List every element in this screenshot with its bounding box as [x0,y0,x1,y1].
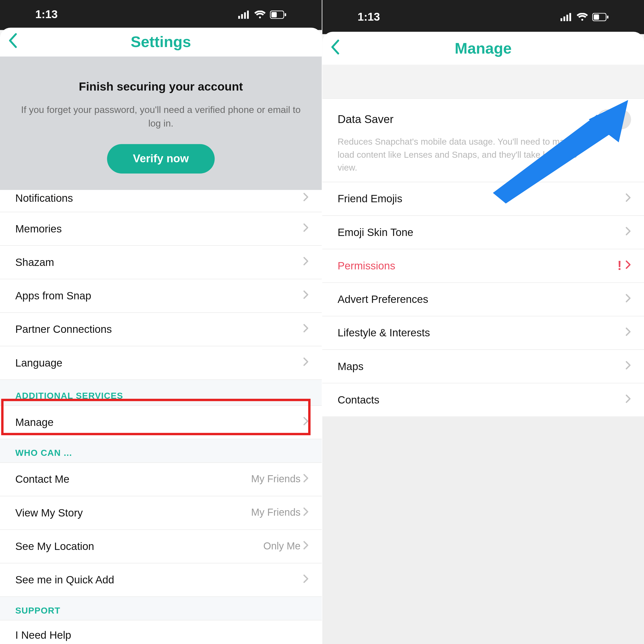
chevron-right-icon [625,327,631,339]
row-see-my-location[interactable]: See My Location Only Me [0,530,322,563]
svg-rect-3 [247,11,249,19]
row-label: Emoji Skin Tone [338,226,413,239]
manage-list: Friend Emojis Emoji Skin Tone Permission… [322,182,644,417]
navbar: Settings [0,27,322,56]
phone-settings: 1:13 Settings Finish securing your accou… [0,0,322,644]
row-label: Partner Connections [15,323,112,336]
chevron-right-icon [303,323,309,336]
status-time: 1:13 [358,11,380,23]
svg-rect-12 [594,14,599,20]
empty-space [322,417,644,644]
row-emoji-skin-tone[interactable]: Emoji Skin Tone [322,216,644,250]
row-maps[interactable]: Maps [322,350,644,384]
row-label: Shazam [15,256,54,268]
row-label: See me in Quick Add [15,574,114,586]
chevron-right-icon [303,357,309,369]
chevron-right-icon [625,360,631,373]
row-data-saver[interactable]: Data Saver Reduces Snapchat's mobile dat… [322,99,644,183]
banner-title: Finish securing your account [15,80,306,93]
svg-rect-9 [566,15,568,21]
data-saver-label: Data Saver [338,113,393,126]
row-label: Contacts [338,394,379,406]
svg-rect-6 [285,13,286,16]
chevron-right-icon [303,473,309,486]
svg-rect-7 [560,18,562,21]
row-lifestyle-interests[interactable]: Lifestyle & Interests [322,316,644,350]
row-contact-me[interactable]: Contact Me My Friends [0,463,322,496]
navbar: Manage [322,32,644,65]
chevron-right-icon [303,507,309,519]
row-memories[interactable]: Memories [0,212,322,246]
row-see-me-quick-add[interactable]: See me in Quick Add [0,563,322,597]
svg-rect-2 [244,13,246,19]
security-banner: Finish securing your account If you forg… [0,56,322,190]
row-friend-emojis[interactable]: Friend Emojis [322,182,644,216]
row-label: Notifications [15,192,73,205]
row-notifications[interactable]: Notifications [0,190,322,212]
back-button[interactable] [331,39,340,57]
toggle-knob [598,111,616,128]
row-view-my-story[interactable]: View My Story My Friends [0,496,322,530]
row-apps-from-snap[interactable]: Apps from Snap [0,279,322,313]
status-right [238,11,287,19]
row-partner-connections[interactable]: Partner Connections [0,313,322,346]
cellular-icon [560,13,572,21]
back-button[interactable] [8,33,18,51]
row-advert-preferences[interactable]: Advert Preferences [322,283,644,316]
status-bar: 1:13 [0,0,322,30]
settings-list: Notifications Memories Shazam Apps from … [0,190,322,644]
row-label: Memories [15,223,62,235]
battery-icon [592,13,609,21]
svg-rect-1 [241,14,243,19]
page-title: Manage [455,39,511,57]
svg-rect-10 [569,13,571,21]
header-gap [322,65,644,99]
chevron-right-icon [303,416,309,428]
row-label: Manage [15,416,54,428]
row-label: Friend Emojis [338,193,402,205]
chevron-right-icon [303,540,309,552]
chevron-right-icon [625,394,631,406]
row-shazam[interactable]: Shazam [0,246,322,279]
row-i-need-help[interactable]: I Need Help [0,621,322,644]
row-label: Language [15,357,62,369]
status-bar: 1:13 [322,0,644,34]
row-manage[interactable]: Manage [0,406,322,439]
row-label: Contact Me [15,473,69,486]
banner-subtitle: If you forget your password, you'll need… [15,103,306,130]
wifi-icon [576,13,588,21]
chevron-left-icon [331,39,340,55]
svg-rect-13 [607,16,609,19]
chevron-right-icon [303,223,309,235]
row-label: Maps [338,360,364,373]
row-label: View My Story [15,507,83,519]
chevron-left-icon [8,33,18,48]
phone-manage: 1:13 Manage Data Saver [322,0,644,644]
row-label: Permissions [338,260,395,272]
chevron-right-icon [625,193,631,205]
data-saver-description: Reduces Snapchat's mobile data usage. Yo… [338,135,590,174]
page-title: Settings [131,33,191,51]
svg-rect-0 [238,16,240,19]
row-value: Only Me [263,541,301,552]
section-who-can: WHO CAN ... [0,439,322,463]
row-permissions[interactable]: Permissions ! [322,250,644,283]
chevron-right-icon [303,290,309,302]
row-contacts[interactable]: Contacts [322,384,644,417]
section-support: SUPPORT [0,597,322,621]
verify-now-button[interactable]: Verify now [107,144,215,174]
chevron-right-icon [625,293,631,306]
wifi-icon [254,11,266,19]
cellular-icon [238,11,250,19]
row-label: I Need Help [15,629,71,642]
row-language[interactable]: Language [0,346,322,380]
chevron-right-icon [625,226,631,239]
battery-icon [270,11,286,19]
chevron-right-icon [625,260,631,272]
svg-rect-5 [271,12,277,18]
row-value: My Friends [251,507,301,519]
status-right [560,13,609,21]
alert-icon: ! [617,258,622,274]
svg-rect-8 [563,16,565,21]
data-saver-toggle[interactable] [597,109,631,129]
